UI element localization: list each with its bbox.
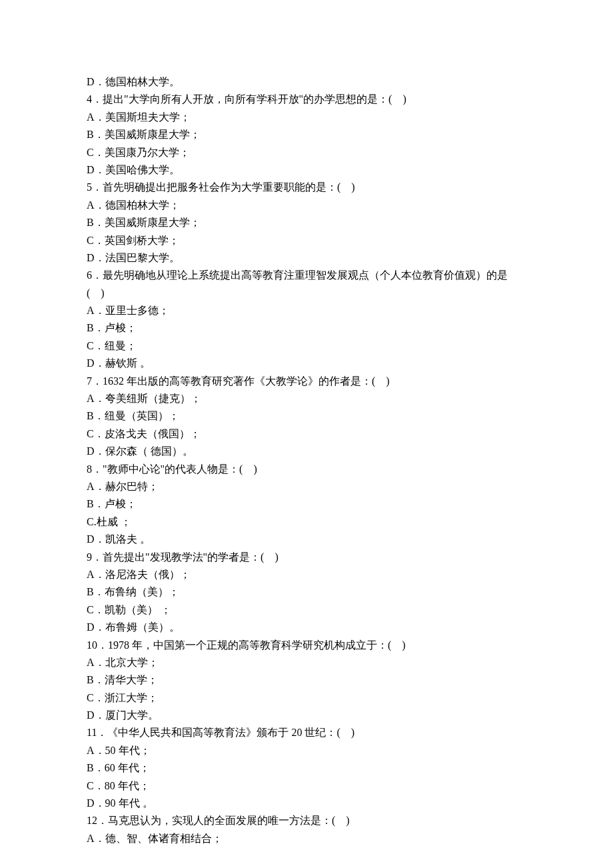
- text-line: C．浙江大学；: [87, 689, 540, 707]
- text-line: B．60 年代；: [87, 759, 540, 777]
- document-content: D．德国柏林大学。 4．提出"大学向所有人开放，向所有学科开放"的办学思想的是：…: [87, 73, 540, 847]
- text-line: 6．最先明确地从理论上系统提出高等教育注重理智发展观点（个人本位教育价值观）的是: [87, 267, 540, 284]
- text-line: D．保尔森（ 德国）。: [87, 443, 540, 460]
- text-line: B．美国威斯康星大学；: [87, 214, 540, 231]
- text-line: B．布鲁纳（美）；: [87, 583, 540, 601]
- text-line: ( ): [87, 285, 540, 302]
- text-line: B．卢梭；: [87, 319, 540, 337]
- text-line: A．50 年代；: [87, 742, 540, 759]
- text-line: A．赫尔巴特；: [87, 478, 540, 495]
- text-line: 4．提出"大学向所有人开放，向所有学科开放"的办学思想的是：( ): [87, 91, 540, 108]
- text-line: D．法国巴黎大学。: [87, 249, 540, 267]
- text-line: D．布鲁姆（美）。: [87, 619, 540, 636]
- text-line: 8．"教师中心论"的代表人物是：( ): [87, 461, 540, 478]
- text-line: C．80 年代；: [87, 777, 540, 795]
- text-line: B．卢梭；: [87, 495, 540, 513]
- text-line: B．清华大学；: [87, 671, 540, 689]
- text-line: C．英国剑桥大学；: [87, 232, 540, 249]
- text-line: A．夸美纽斯（捷克）；: [87, 390, 540, 407]
- text-line: D．厦门大学。: [87, 707, 540, 724]
- text-line: A．德国柏林大学；: [87, 197, 540, 214]
- text-line: C．皮洛戈夫（俄国）；: [87, 425, 540, 443]
- text-line: 10．1978 年，中国第一个正规的高等教育科学研究机构成立于：( ): [87, 637, 540, 654]
- text-line: D．赫钦斯 。: [87, 355, 540, 372]
- text-line: B．纽曼（英国）；: [87, 407, 540, 425]
- text-line: D．德国柏林大学。: [87, 73, 540, 91]
- text-line: A．亚里士多德；: [87, 302, 540, 319]
- text-line: C.杜威 ；: [87, 513, 540, 531]
- text-line: 11．《中华人民共和国高等教育法》颁布于 20 世纪：( ): [87, 724, 540, 741]
- text-line: D．凯洛夫 。: [87, 531, 540, 548]
- text-line: C．凯勒（美） ；: [87, 601, 540, 619]
- text-line: C．美国康乃尔大学；: [87, 144, 540, 161]
- text-line: 7．1632 年出版的高等教育研究著作《大教学论》的作者是：( ): [87, 373, 540, 390]
- text-line: A．北京大学；: [87, 654, 540, 671]
- text-line: D．90 年代 。: [87, 795, 540, 812]
- text-line: D．美国哈佛大学。: [87, 161, 540, 179]
- text-line: 12．马克思认为，实现人的全面发展的唯一方法是：( ): [87, 812, 540, 829]
- text-line: 9．首先提出"发现教学法"的学者是：( ): [87, 549, 540, 566]
- text-line: C．纽曼；: [87, 337, 540, 355]
- text-line: A．德、智、体诸育相结合；: [87, 830, 540, 847]
- text-line: 5．首先明确提出把服务社会作为大学重要职能的是：( ): [87, 179, 540, 196]
- text-line: B．美国威斯康星大学；: [87, 126, 540, 143]
- text-line: A．洛尼洛夫（俄）；: [87, 566, 540, 583]
- text-line: A．美国斯坦夫大学；: [87, 109, 540, 126]
